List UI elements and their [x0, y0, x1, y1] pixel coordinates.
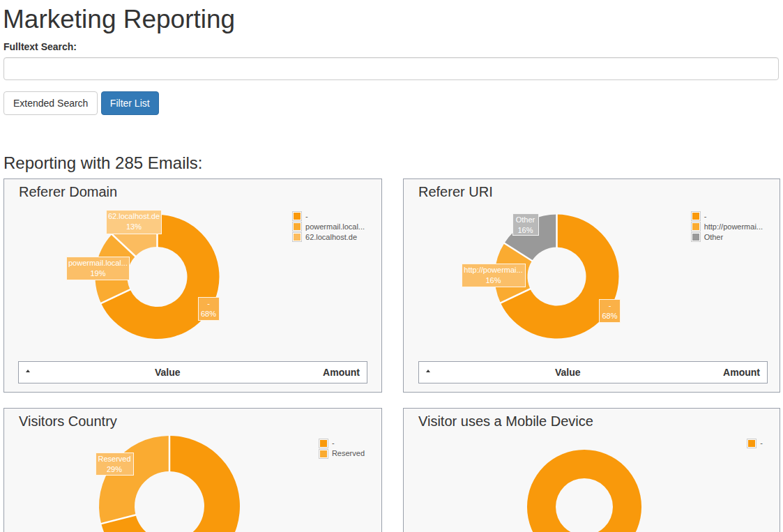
panel-visitor-mobile-device: Visitor uses a Mobile Device -: [403, 408, 780, 532]
column-header-value[interactable]: Value: [419, 362, 717, 383]
page: Marketing Reporting Fulltext Search: Ext…: [0, 0, 783, 532]
pie-slice-label: http://powermai...16%: [462, 264, 526, 287]
table-header: Value Amount: [18, 361, 367, 383]
panel-referer-domain: Referer Domain -68%powermail.local...19%…: [3, 178, 382, 393]
filter-list-button[interactable]: Filter List: [101, 91, 159, 115]
legend-label: 62.localhost.de: [302, 232, 365, 242]
fulltext-search-label: Fulltext Search:: [3, 41, 77, 52]
column-header-amount[interactable]: Amount: [323, 362, 360, 383]
legend-swatch-icon: [319, 439, 328, 448]
legend-label: -: [302, 211, 365, 221]
legend-label: Reserved: [328, 449, 365, 459]
legend-swatch-icon: [292, 222, 302, 231]
legend-item: Reserved: [319, 449, 365, 459]
legend-label: -: [757, 439, 763, 448]
table-header: Value Amount: [418, 361, 768, 383]
legend-swatch-icon: [292, 211, 302, 221]
pie-slice-label: -68%: [599, 299, 621, 323]
pie-slice-label: 62.localhost.de13%: [106, 210, 162, 234]
legend-swatch-icon: [691, 232, 701, 242]
chart-legend: -Reserved: [319, 438, 365, 459]
legend-item: -: [691, 211, 763, 221]
chart-legend: -powermail.local...62.localhost.de: [292, 211, 365, 243]
legend-label: powermail.local...: [302, 222, 365, 231]
legend-item: -: [747, 439, 763, 448]
chart-legend: -http://powermai...Other: [691, 211, 763, 243]
pie-slice-label: -68%: [198, 297, 220, 321]
column-header-value[interactable]: Value: [19, 362, 317, 383]
page-title: Marketing Reporting: [3, 5, 235, 34]
panel-referer-uri: Referer URI -68%http://powermai...16%Oth…: [403, 178, 780, 393]
column-header-amount[interactable]: Amount: [723, 362, 760, 383]
legend-label: Other: [701, 232, 763, 242]
legend-swatch-icon: [691, 211, 701, 221]
legend-item: 62.localhost.de: [292, 232, 365, 242]
legend-swatch-icon: [691, 222, 701, 231]
pie-slice-label: Other16%: [512, 213, 539, 236]
legend-item: http://powermai...: [691, 222, 763, 231]
donut-chart: [404, 409, 780, 532]
legend-item: -: [319, 439, 365, 448]
legend-item: powermail.local...: [292, 222, 365, 231]
legend-swatch-icon: [747, 439, 757, 448]
legend-item: -: [292, 211, 365, 221]
legend-item: Other: [691, 232, 763, 242]
pie-slice-label: powermail.local...19%: [66, 257, 130, 280]
legend-swatch-icon: [292, 232, 302, 242]
section-heading: Reporting with 285 Emails:: [3, 153, 202, 173]
legend-label: http://powermai...: [701, 222, 763, 231]
donut-chart: [4, 409, 381, 532]
legend-swatch-icon: [319, 449, 328, 459]
button-row: Extended Search Filter List: [3, 91, 159, 115]
panel-visitors-country: Visitors Country Reserved29% -Reserved: [3, 408, 382, 532]
legend-label: -: [701, 211, 763, 221]
legend-label: -: [328, 439, 365, 448]
fulltext-search-input[interactable]: [3, 57, 779, 80]
chart-legend: -: [747, 438, 763, 449]
extended-search-button[interactable]: Extended Search: [3, 91, 98, 115]
pie-slice-label: Reserved29%: [96, 453, 134, 476]
